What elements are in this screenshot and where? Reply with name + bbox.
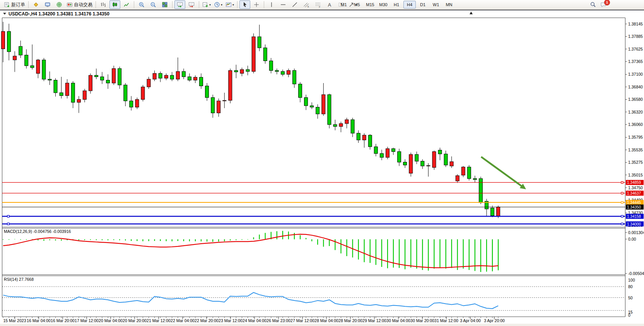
- autotrade-button[interactable]: 自动交易: [65, 0, 94, 9]
- indicators-button-icon: [202, 2, 208, 8]
- svg-text:1.37100: 1.37100: [628, 72, 643, 76]
- rsi-line: [3, 292, 498, 309]
- svg-text:1.35535: 1.35535: [628, 148, 643, 152]
- profile-button-icon: [33, 2, 39, 8]
- timeframe-M5-button[interactable]: M5: [351, 1, 363, 8]
- hline-1.34158[interactable]: [2, 216, 625, 217]
- svg-text:3 Apr 20:00: 3 Apr 20:00: [484, 318, 505, 323]
- main-toolbar: 新订单自动交易▾▾▾EFAT▾ M1M5M15M30H1H4D1W1MN 1: [0, 0, 644, 10]
- svg-text:30 Mar 04:00: 30 Mar 04:00: [386, 318, 410, 323]
- svg-text:20 Mar 04:00: 20 Mar 04:00: [99, 318, 123, 323]
- zoom-out-button-icon: [150, 2, 156, 8]
- tile-windows-button[interactable]: [159, 0, 170, 9]
- fibonacci-button[interactable]: F: [313, 0, 323, 9]
- profile-button[interactable]: [31, 0, 41, 9]
- trend-arrow[interactable]: [481, 157, 526, 189]
- svg-text:17 Mar 12:00: 17 Mar 12:00: [75, 318, 99, 323]
- chart-canvas[interactable]: USDCAD-,H4 1.34200 1.34381 1.34176 1.343…: [0, 10, 644, 326]
- svg-text:50: 50: [628, 295, 633, 300]
- svg-text:1.35015: 1.35015: [628, 173, 643, 177]
- svg-text:16 Mar 04:00: 16 Mar 04:00: [27, 318, 51, 323]
- svg-text:26 Mar 23:00: 26 Mar 23:00: [266, 318, 290, 323]
- signals-button[interactable]: [54, 0, 65, 9]
- chevron-down-icon[interactable]: ▾: [232, 3, 234, 7]
- hline-1.34637[interactable]: [2, 192, 625, 194]
- svg-text:16 Mar 20:00: 16 Mar 20:00: [51, 318, 75, 323]
- market-watch-button-icon: [44, 2, 51, 8]
- timeframe-MN-button[interactable]: MN: [443, 1, 455, 8]
- crosshair-button[interactable]: [251, 0, 262, 9]
- toolbar-separator: [96, 1, 96, 8]
- candle-chart-button-icon: [112, 2, 118, 8]
- toolbar-separator: [134, 1, 134, 8]
- svg-text:-0.005044: -0.005044: [628, 271, 644, 276]
- timeframe-toolbar: M1M5M15M30H1H4D1W1MN: [337, 0, 456, 9]
- toolbar-separator: [28, 1, 29, 8]
- new-order-button[interactable]: 新订单: [3, 0, 26, 9]
- zoom-out-button[interactable]: [148, 0, 159, 9]
- timeframe-H1-button[interactable]: H1: [390, 1, 403, 8]
- hline-1.34000[interactable]: [2, 223, 625, 225]
- horizontal-line-button[interactable]: [278, 0, 289, 9]
- search-button[interactable]: [588, 0, 598, 9]
- autotrade-button-icon: [67, 2, 73, 8]
- chart-shift-button[interactable]: [186, 0, 197, 9]
- trendline-button[interactable]: [289, 0, 300, 9]
- indicators-button[interactable]: ▾: [201, 0, 212, 9]
- text-button[interactable]: A: [324, 0, 335, 9]
- svg-text:28 Mar 04:00: 28 Mar 04:00: [314, 318, 338, 323]
- svg-text:15 Mar 2023: 15 Mar 2023: [3, 318, 26, 323]
- pane-frames: [2, 18, 625, 317]
- candlestick-series: [2, 22, 500, 218]
- svg-text:1.37365: 1.37365: [628, 59, 643, 64]
- svg-text:30 Mar 20:00: 30 Mar 20:00: [410, 318, 434, 323]
- hline-1.34445[interactable]: [2, 202, 625, 204]
- zoom-in-button[interactable]: [136, 0, 147, 9]
- chart-window[interactable]: USDCAD-,H4 1.34200 1.34381 1.34176 1.343…: [0, 10, 644, 326]
- svg-text:0: 0: [628, 313, 630, 318]
- svg-text:3 Apr 04:00: 3 Apr 04:00: [460, 318, 481, 323]
- periods-button[interactable]: ▾: [213, 0, 224, 9]
- cursor-button[interactable]: [239, 0, 250, 9]
- timeframe-D1-button[interactable]: D1: [417, 1, 429, 8]
- svg-text:0.00: 0.00: [628, 237, 636, 241]
- candle-chart-button[interactable]: [109, 0, 120, 9]
- svg-text:21 Mar 12:00: 21 Mar 12:00: [147, 318, 171, 323]
- svg-text:1.36060: 1.36060: [628, 122, 643, 127]
- svg-text:0.001304: 0.001304: [628, 230, 644, 235]
- vertical-line-button[interactable]: [266, 0, 277, 9]
- timeframe-M30-button[interactable]: M30: [377, 1, 389, 8]
- chart-shift-button-icon: [188, 2, 195, 8]
- chevron-down-icon[interactable]: ▾: [209, 3, 211, 7]
- svg-text:1.37885: 1.37885: [628, 34, 643, 39]
- auto-scroll-button[interactable]: [174, 0, 185, 9]
- channel-button-icon: E: [303, 2, 309, 8]
- search-icon: [590, 2, 596, 8]
- timeframe-H4-button[interactable]: H4: [403, 1, 416, 8]
- timeframe-W1-button[interactable]: W1: [430, 1, 442, 8]
- svg-text:1.37625: 1.37625: [628, 47, 643, 51]
- chart-title-collapse-icon[interactable]: [3, 13, 6, 15]
- timeframe-M1-button[interactable]: M1: [338, 1, 350, 8]
- chat-button[interactable]: 1: [599, 0, 613, 9]
- bar-chart-button[interactable]: [98, 0, 109, 9]
- timeframe-M15-button[interactable]: M15: [364, 1, 376, 8]
- hline-1.34859[interactable]: [2, 182, 625, 183]
- market-watch-button[interactable]: [42, 0, 53, 9]
- chart-title: USDCAD-,H4 1.34200 1.34381 1.34176 1.343…: [9, 11, 109, 17]
- crosshair-button-icon: [253, 2, 260, 8]
- chart-shift-marker[interactable]: [470, 12, 473, 14]
- horizontal-line-button-icon: [280, 2, 286, 8]
- templates-button[interactable]: ▾: [224, 0, 235, 9]
- mt4-window: { "toolbar": { "groups": [ {"items":[{"n…: [0, 0, 644, 326]
- toolbar-separator: [172, 1, 173, 8]
- line-chart-button[interactable]: [121, 0, 132, 9]
- trendline-button-icon: [292, 2, 298, 8]
- signals-button-icon: [56, 2, 62, 8]
- rsi-label: RSI(14) 27.7668: [4, 277, 34, 282]
- svg-text:23 Mar 12:00: 23 Mar 12:00: [219, 318, 243, 323]
- channel-button[interactable]: E: [301, 0, 312, 9]
- chevron-down-icon[interactable]: ▾: [221, 3, 222, 7]
- svg-text:22 Mar 20:00: 22 Mar 20:00: [195, 318, 219, 323]
- svg-text:24 Mar 04:00: 24 Mar 04:00: [243, 318, 266, 323]
